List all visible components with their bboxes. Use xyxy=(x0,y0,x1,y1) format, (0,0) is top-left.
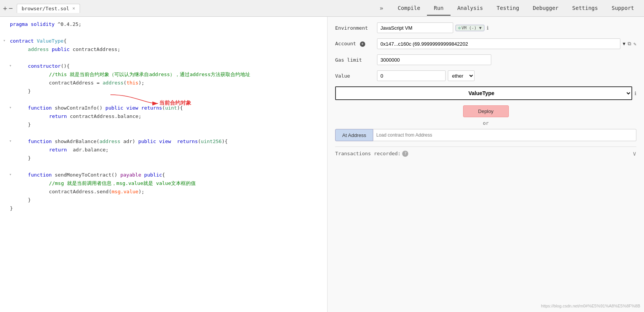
code-line: } xyxy=(0,88,327,96)
watermark: https://blog.csdn.net/m0#%E5%91%A8%E5%8F… xyxy=(541,304,640,308)
gas-limit-row: Gas limit xyxy=(335,54,636,65)
vm-icon: ⚙ xyxy=(458,25,461,30)
account-dropdown-arrow[interactable]: ▼ xyxy=(623,41,625,46)
or-divider: or xyxy=(335,120,636,126)
topbar: + − browser/Test.sol × » Compile Run Ana… xyxy=(0,0,644,17)
transactions-chevron[interactable]: ∨ xyxy=(633,150,636,157)
code-line: contractAddress = address(this); xyxy=(0,79,327,88)
environment-input[interactable] xyxy=(377,22,453,33)
line-content: //msg 就是当前调用者信息，msg.value就是 value文本框的值 xyxy=(25,180,324,188)
code-line: ▾ contract ValueType{ xyxy=(0,37,327,46)
at-address-input[interactable] xyxy=(373,129,636,141)
deploy-section: Deploy xyxy=(335,105,636,117)
at-address-button[interactable]: At Address xyxy=(335,129,373,141)
line-content: } xyxy=(16,88,324,96)
code-line: contractAddress.send(msg.value); xyxy=(0,188,327,196)
right-panel: Environment ⚙ VM (-) ▼ ℹ Account + ▼ ⧉ ✎ xyxy=(328,17,644,312)
line-content: address public contractAddress; xyxy=(16,46,324,54)
transactions-label-group: Transactions recorded: ? xyxy=(335,151,408,157)
code-line xyxy=(0,54,327,62)
gas-limit-input[interactable] xyxy=(377,54,491,65)
value-input[interactable] xyxy=(377,70,446,81)
transactions-text: Transactions recorded: xyxy=(335,151,401,156)
nav-menu: Compile Run Analysis Testing Debugger Se… xyxy=(391,1,641,16)
value-field-container: ether wei gwei finney szabo xyxy=(377,70,636,81)
code-line: } xyxy=(0,205,327,213)
line-content: } xyxy=(16,121,324,129)
gas-limit-value xyxy=(377,54,636,65)
deploy-button[interactable]: Deploy xyxy=(463,105,509,117)
value-row: Value ether wei gwei finney szabo xyxy=(335,70,636,81)
file-tab[interactable]: browser/Test.sol × xyxy=(17,4,80,13)
at-address-row: At Address xyxy=(335,129,636,141)
code-line: ▾ constructor(){ xyxy=(0,62,327,71)
nav-run[interactable]: Run xyxy=(427,1,450,16)
account-label: Account + xyxy=(335,41,377,47)
account-value: ▼ ⧉ ✎ xyxy=(377,38,636,49)
nav-settings[interactable]: Settings xyxy=(566,1,605,16)
code-line: } xyxy=(0,154,327,163)
environment-value: ⚙ VM (-) ▼ ℹ xyxy=(377,22,636,33)
vm-badge-text: VM (-) ▼ xyxy=(462,25,482,30)
value-label: Value xyxy=(335,73,377,79)
line-content: return adr.balance; xyxy=(25,146,324,154)
line-content xyxy=(10,29,324,37)
line-content: function showAdrBalance(address adr) pub… xyxy=(16,138,324,146)
account-edit-icon[interactable]: ✎ xyxy=(633,41,636,47)
transactions-row: Transactions recorded: ? ∨ xyxy=(335,146,636,157)
code-line: ▾ function sendMoneyToContract() payable… xyxy=(0,171,327,180)
fold-arrow[interactable]: ▾ xyxy=(9,138,15,145)
line-content: pragma solidity ^0.4.25; xyxy=(10,21,324,29)
minus-btn[interactable]: − xyxy=(9,4,13,12)
account-plus-icon[interactable]: + xyxy=(360,41,365,47)
tab-close-btn[interactable]: × xyxy=(72,6,75,11)
contract-select[interactable]: ValueType xyxy=(335,86,632,100)
nav-analysis[interactable]: Analysis xyxy=(451,1,490,16)
code-line: } xyxy=(0,121,327,129)
environment-label: Environment xyxy=(335,25,377,31)
nav-compile[interactable]: Compile xyxy=(391,1,427,16)
editor-panel: pragma solidity ^0.4.25; ▾ contract Valu… xyxy=(0,17,328,312)
code-editor[interactable]: pragma solidity ^0.4.25; ▾ contract Valu… xyxy=(0,17,327,312)
tab-filename: browser/Test.sol xyxy=(22,6,69,11)
line-content xyxy=(10,129,324,137)
code-line: } xyxy=(0,196,327,205)
code-line xyxy=(0,129,327,138)
double-arrow-btn[interactable]: » xyxy=(380,5,384,12)
code-line xyxy=(0,163,327,171)
code-line: //this 就是当前合约对象（可以认为继承自address），通过addres… xyxy=(0,71,327,79)
fold-arrow[interactable]: ▾ xyxy=(9,171,15,178)
nav-debugger[interactable]: Debugger xyxy=(526,1,565,16)
line-content: return contractAddress.balance; xyxy=(25,113,324,121)
plus-btn[interactable]: + xyxy=(3,4,7,12)
code-line: pragma solidity ^0.4.25; xyxy=(0,21,327,29)
line-content: } xyxy=(10,205,324,213)
line-content xyxy=(10,96,324,104)
nav-testing[interactable]: Testing xyxy=(490,1,526,16)
account-copy-icon[interactable]: ⧉ xyxy=(628,41,631,47)
account-input[interactable] xyxy=(377,38,620,49)
gas-limit-label: Gas limit xyxy=(335,57,377,63)
line-content: function sendMoneyToContract() payable p… xyxy=(16,171,324,179)
line-content: constructor(){ xyxy=(16,62,324,70)
fold-arrow[interactable]: ▾ xyxy=(9,62,15,69)
nav-support[interactable]: Support xyxy=(605,1,641,16)
line-content: contractAddress.send(msg.value); xyxy=(25,188,324,196)
environment-row: Environment ⚙ VM (-) ▼ ℹ xyxy=(335,22,636,33)
code-line: ▾ function showContraInfo() public view … xyxy=(0,104,327,113)
line-content: //this 就是当前合约对象（可以认为继承自address），通过addres… xyxy=(25,71,324,79)
contract-info-icon[interactable]: ℹ xyxy=(634,91,636,96)
code-line: return adr.balance; xyxy=(0,146,327,154)
code-line xyxy=(0,29,327,37)
line-content: } xyxy=(16,196,324,204)
transactions-help-icon[interactable]: ? xyxy=(402,151,408,157)
account-row: Account + ▼ ⧉ ✎ xyxy=(335,38,636,49)
value-unit-select[interactable]: ether wei gwei finney szabo xyxy=(448,70,475,81)
contract-dropdown-row: ValueType ℹ xyxy=(335,86,636,100)
fold-arrow[interactable]: ▾ xyxy=(9,104,15,111)
code-line: return contractAddress.balance; xyxy=(0,113,327,121)
environment-info-icon[interactable]: ℹ xyxy=(487,25,489,31)
line-content: contract ValueType{ xyxy=(10,37,324,45)
vm-badge[interactable]: ⚙ VM (-) ▼ xyxy=(455,25,484,31)
fold-arrow[interactable]: ▾ xyxy=(3,37,9,44)
